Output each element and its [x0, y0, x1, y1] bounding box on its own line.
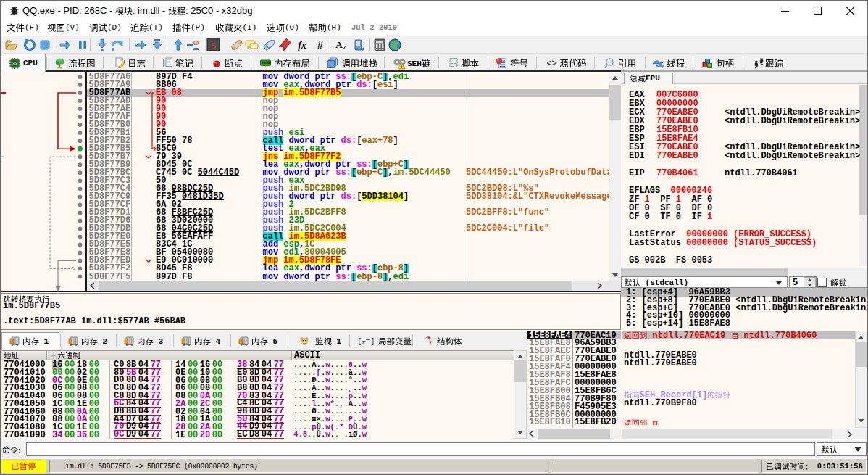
svg-text:32: 32	[12, 61, 18, 66]
svg-text:!: !	[401, 64, 402, 69]
svg-text:S: S	[211, 40, 216, 51]
svg-text:#: #	[317, 38, 324, 51]
svg-text:fx: fx	[298, 40, 306, 51]
svg-text:<>: <>	[451, 60, 456, 66]
svg-text:z: z	[343, 43, 346, 50]
svg-text:<>: <>	[546, 58, 556, 68]
svg-text:A: A	[335, 39, 343, 50]
